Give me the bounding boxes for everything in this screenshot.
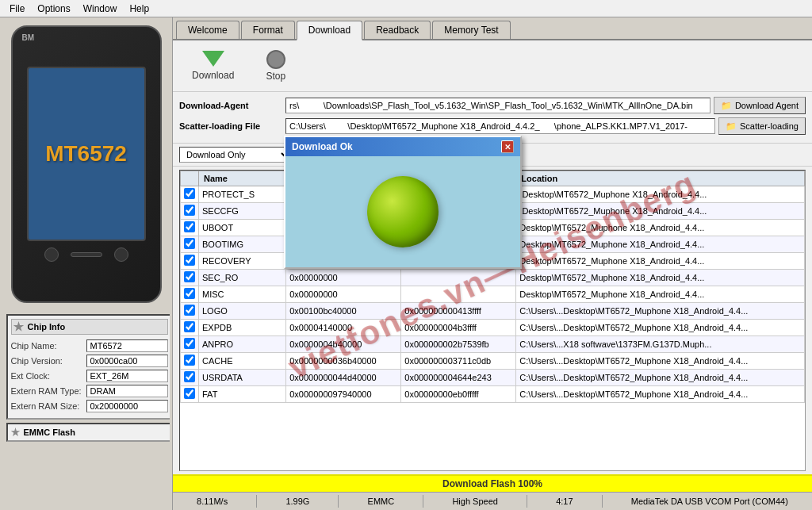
row-location: C:\Users\...X18 softwave\1373FM.G137D.Mu… bbox=[516, 336, 805, 353]
row-checkbox[interactable] bbox=[184, 205, 195, 216]
row-name: USRDATA bbox=[199, 370, 286, 386]
menu-help[interactable]: Help bbox=[123, 2, 155, 16]
row-location: Desktop\MT6572_Muphone X18_Android_4.4..… bbox=[516, 220, 805, 236]
folder-icon-2: 📁 bbox=[726, 121, 737, 132]
divider-5 bbox=[602, 495, 603, 508]
row-end: 0x00000000eb0fffff bbox=[401, 386, 516, 403]
row-checkbox-cell bbox=[181, 203, 199, 220]
download-arrow-icon bbox=[202, 51, 224, 67]
agent-row: Download-Agent 📁 Download Agent bbox=[179, 97, 806, 114]
row-checkbox[interactable] bbox=[184, 288, 195, 299]
row-checkbox[interactable] bbox=[184, 355, 195, 366]
phone-btn-home bbox=[71, 252, 102, 257]
download-agent-button[interactable]: 📁 Download Agent bbox=[714, 97, 806, 114]
tab-bar: Welcome Format Download Readback Memory … bbox=[173, 17, 812, 40]
menu-options[interactable]: Options bbox=[31, 2, 76, 16]
row-begin: 0x0000000044d40000 bbox=[286, 370, 401, 386]
bottom-status-bar: 8.11M/s 1.99G EMMC High Speed 4:17 Media… bbox=[173, 492, 812, 510]
row-checkbox[interactable] bbox=[184, 371, 195, 382]
row-location: C:\Users\...Desktop\MT6572_Muphone X18_A… bbox=[516, 320, 805, 336]
progress-text: Download Flash 100% bbox=[442, 478, 542, 489]
emmc-section: EMMC Flash bbox=[6, 423, 170, 442]
ram-type-row: Extern RAM Type: DRAM bbox=[11, 385, 168, 397]
tab-download[interactable]: Download bbox=[297, 21, 362, 40]
scatter-loading-button[interactable]: 📁 Scatter-loading bbox=[718, 117, 806, 135]
size-display: 1.99G bbox=[279, 495, 316, 508]
row-checkbox[interactable] bbox=[184, 338, 195, 349]
success-ball-icon bbox=[367, 176, 439, 247]
row-checkbox-cell bbox=[181, 370, 199, 386]
row-checkbox-cell bbox=[181, 320, 199, 336]
row-checkbox-cell bbox=[181, 186, 199, 203]
tab-memory-test[interactable]: Memory Test bbox=[432, 21, 510, 39]
row-begin: 0x00000000 bbox=[286, 270, 401, 286]
row-checkbox-cell bbox=[181, 236, 199, 253]
row-name: FAT bbox=[199, 386, 286, 403]
progress-bar: Download Flash 100% bbox=[173, 474, 812, 492]
tab-readback[interactable]: Readback bbox=[364, 21, 431, 39]
row-name: UBOOT bbox=[199, 220, 286, 236]
row-begin: 0x0000004b40000 bbox=[286, 336, 401, 353]
row-end: 0x000000004644e243 bbox=[401, 370, 516, 386]
row-checkbox[interactable] bbox=[184, 238, 195, 249]
tab-welcome[interactable]: Welcome bbox=[176, 21, 239, 39]
table-row: FAT 0x000000097940000 0x00000000eb0fffff… bbox=[181, 386, 805, 403]
row-checkbox[interactable] bbox=[184, 271, 195, 282]
row-name: PROTECT_S bbox=[199, 186, 286, 203]
table-row: CACHE 0x0000000036b40000 0x000000003711c… bbox=[181, 353, 805, 370]
menu-file[interactable]: File bbox=[3, 2, 31, 16]
scatter-input[interactable] bbox=[285, 118, 715, 134]
row-location: C:\Users\...Desktop\MT6572_Muphone X18_A… bbox=[516, 303, 805, 320]
row-end: 0x000000003711c0db bbox=[401, 353, 516, 370]
table-row: MISC 0x00000000 Desktop\MT6572_Muphone X… bbox=[181, 286, 805, 303]
row-name: RECOVERY bbox=[199, 253, 286, 270]
row-begin: 0x000000097940000 bbox=[286, 386, 401, 403]
menu-window[interactable]: Window bbox=[77, 2, 124, 16]
row-checkbox[interactable] bbox=[184, 188, 195, 199]
row-end: 0x000000000413ffff bbox=[401, 303, 516, 320]
download-mode-dropdown[interactable]: Download Only Firmware Upgrade Format Al… bbox=[179, 147, 292, 163]
row-location: C:\Users\...Desktop\MT6572_Muphone X18_A… bbox=[516, 353, 805, 370]
divider-2 bbox=[338, 495, 339, 508]
row-checkbox-cell bbox=[181, 303, 199, 320]
row-begin: 0x0000000036b40000 bbox=[286, 353, 401, 370]
row-location: C:\Users\...Desktop\MT6572_Muphone X18_A… bbox=[516, 370, 805, 386]
row-checkbox[interactable] bbox=[184, 305, 195, 316]
menubar: File Options Window Help bbox=[0, 0, 812, 17]
phone-model-text: MT6572 bbox=[45, 141, 127, 167]
phone-brand-top: BM bbox=[22, 33, 35, 42]
tab-format[interactable]: Format bbox=[241, 21, 295, 39]
row-checkbox[interactable] bbox=[184, 388, 195, 399]
ext-clock-row: Ext Clock: EXT_26M bbox=[11, 370, 168, 382]
th-check bbox=[181, 171, 199, 186]
row-checkbox-cell bbox=[181, 220, 199, 236]
agent-input[interactable] bbox=[285, 98, 710, 113]
row-location: Desktop\MT6572_Muphone X18_Android_4.4..… bbox=[516, 270, 805, 286]
table-row: SEC_RO 0x00000000 Desktop\MT6572_Muphone… bbox=[181, 270, 805, 286]
download-button[interactable]: Download bbox=[186, 48, 240, 84]
phone-graphic: BM MT6572 bbox=[11, 25, 162, 303]
stop-button[interactable]: Stop bbox=[259, 47, 292, 85]
row-begin: 0x00000000 bbox=[286, 286, 401, 303]
phone-nav-buttons bbox=[44, 247, 128, 262]
row-checkbox-cell bbox=[181, 353, 199, 370]
row-name: ANPRO bbox=[199, 336, 286, 353]
dialog-close-button[interactable]: ✕ bbox=[501, 140, 514, 153]
chip-version-row: Chip Version: 0x0000ca00 bbox=[11, 355, 168, 367]
row-checkbox[interactable] bbox=[184, 255, 195, 266]
scatter-label: Scatter-loading File bbox=[179, 121, 282, 131]
row-name: SEC_RO bbox=[199, 270, 286, 286]
phone-btn-menu bbox=[114, 247, 128, 262]
table-row: EXPDB 0x00004140000 0x000000004b3ffff C:… bbox=[181, 320, 805, 336]
row-name: LOGO bbox=[199, 303, 286, 320]
row-checkbox[interactable] bbox=[184, 221, 195, 232]
row-end bbox=[401, 286, 516, 303]
dialog-titlebar: Download Ok ✕ bbox=[285, 137, 520, 156]
agent-label: Download-Agent bbox=[179, 101, 282, 110]
row-name: MISC bbox=[199, 286, 286, 303]
dialog-body bbox=[285, 156, 520, 267]
row-checkbox-cell bbox=[181, 253, 199, 270]
row-checkbox[interactable] bbox=[184, 321, 195, 332]
row-checkbox-cell bbox=[181, 286, 199, 303]
row-begin: 0x00100bc40000 bbox=[286, 303, 401, 320]
